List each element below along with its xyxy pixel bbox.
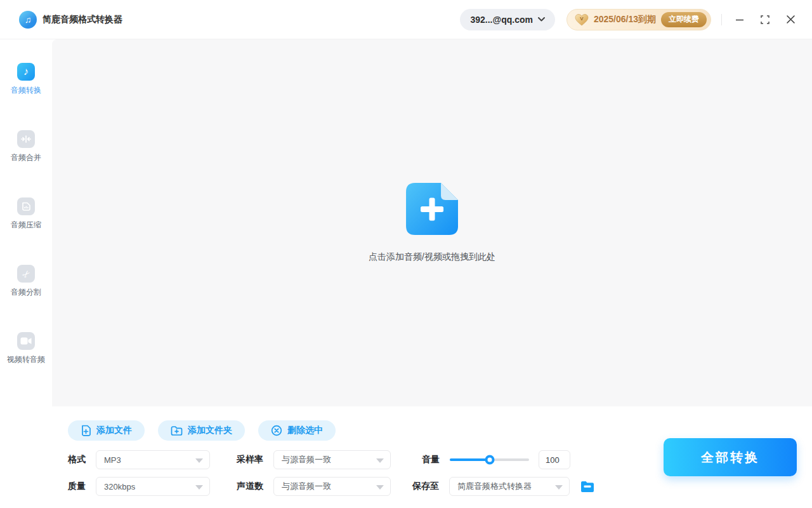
minimize-button[interactable] [731, 11, 749, 29]
renew-now-button[interactable]: 立即续费 [661, 12, 707, 27]
minimize-icon [735, 15, 744, 24]
video-icon [17, 332, 35, 350]
maximize-button[interactable] [756, 11, 774, 29]
sidebar-item-audio-split[interactable]: ✂ 音频分割 [0, 265, 52, 298]
caret-down-icon [195, 485, 203, 490]
add-file-icon [406, 183, 458, 235]
sidebar-item-video-to-audio[interactable]: 视频转音频 [0, 332, 52, 365]
sidebar-item-label: 音频分割 [11, 287, 41, 298]
titlebar-divider [721, 14, 722, 25]
vip-expiry-date: 2025/06/13到期 [594, 14, 656, 25]
format-field: 格式 MP3 [68, 450, 210, 469]
volume-label: 音量 [422, 454, 440, 465]
file-list-area: 点击添加音频/视频或拖拽到此处 [52, 39, 812, 406]
close-icon [786, 15, 796, 24]
channels-field: 声道数 与源音频一致 [237, 477, 391, 496]
file-toolbar: 添加文件 添加文件夹 删除选中 [68, 420, 336, 441]
save-to-select[interactable]: 简鹿音频格式转换器 [449, 477, 570, 496]
caret-down-icon [376, 485, 384, 490]
sample-rate-select[interactable]: 与源音频一致 [273, 450, 391, 469]
account-email: 392...@qq.com [470, 15, 532, 25]
save-to-value: 简鹿音频格式转换器 [457, 481, 532, 492]
sidebar-item-audio-convert[interactable]: ♪ 音频转换 [0, 63, 52, 96]
format-label: 格式 [68, 454, 86, 465]
sample-rate-field: 采样率 与源音频一致 [237, 450, 391, 469]
folder-icon [580, 481, 594, 493]
music-note-icon: ♪ [17, 63, 35, 81]
volume-field: 音量 [422, 450, 570, 469]
volume-slider-fill [450, 458, 490, 461]
sidebar-item-label: 音频压缩 [11, 220, 41, 231]
channels-select[interactable]: 与源音频一致 [273, 477, 391, 496]
close-button[interactable] [782, 11, 799, 29]
browse-folder-button[interactable] [580, 481, 594, 493]
dropzone-hint: 点击添加音频/视频或拖拽到此处 [369, 251, 495, 263]
caret-down-icon [195, 458, 203, 463]
add-folder-label: 添加文件夹 [188, 425, 232, 436]
caret-down-icon [376, 458, 384, 463]
sidebar-item-label: 音频转换 [11, 85, 41, 96]
quality-field: 质量 320kbps [68, 477, 210, 496]
quality-value: 320kbps [104, 482, 135, 491]
dropzone[interactable]: 点击添加音频/视频或拖拽到此处 [369, 183, 495, 263]
sidebar-item-label: 视频转音频 [7, 354, 45, 365]
add-file-button[interactable]: 添加文件 [68, 420, 145, 441]
merge-icon [17, 130, 35, 148]
circle-x-icon [271, 425, 282, 436]
add-folder-button[interactable]: 添加文件夹 [158, 420, 245, 441]
vip-status-badge: V 2025/06/13到期 立即续费 [566, 9, 711, 30]
folder-plus-icon [171, 425, 183, 436]
sidebar-item-audio-compress[interactable]: 音频压缩 [0, 197, 52, 231]
maximize-icon [761, 15, 769, 24]
delete-selected-button[interactable]: 删除选中 [258, 420, 336, 441]
quality-select[interactable]: 320kbps [96, 477, 210, 496]
titlebar: ♫ 简鹿音频格式转换器 392...@qq.com V 2025/06/13到期… [0, 0, 812, 39]
vip-heart-icon: V [575, 13, 589, 26]
volume-slider-thumb[interactable] [485, 455, 494, 465]
sample-rate-label: 采样率 [237, 454, 263, 465]
format-select[interactable]: MP3 [96, 450, 210, 469]
channels-label: 声道数 [237, 481, 263, 492]
convert-all-button[interactable]: 全部转换 [664, 438, 797, 476]
app-title: 简鹿音频格式转换器 [43, 14, 122, 25]
compress-icon [17, 197, 35, 215]
add-file-label: 添加文件 [96, 425, 132, 436]
app-logo-icon: ♫ [19, 11, 37, 29]
sample-rate-value: 与源音频一致 [282, 454, 331, 465]
channels-value: 与源音频一致 [282, 481, 331, 492]
format-value: MP3 [104, 455, 121, 465]
file-plus-icon [81, 425, 91, 436]
account-dropdown[interactable]: 392...@qq.com [460, 9, 554, 30]
sidebar-item-label: 音频合并 [11, 152, 41, 163]
svg-text:V: V [580, 15, 584, 21]
delete-selected-label: 删除选中 [287, 425, 323, 436]
caret-down-icon [555, 485, 563, 490]
volume-input[interactable] [539, 450, 570, 469]
sidebar-item-audio-merge[interactable]: 音频合并 [0, 130, 52, 163]
volume-slider[interactable] [450, 458, 529, 461]
chevron-down-icon [538, 17, 545, 22]
save-to-label: 保存至 [412, 481, 439, 492]
sidebar: ♪ 音频转换 音频合并 音频压缩 ✂ 音频分割 [0, 39, 52, 406]
quality-label: 质量 [68, 481, 86, 492]
scissors-icon: ✂ [17, 265, 35, 283]
save-to-field: 保存至 简鹿音频格式转换器 [412, 477, 594, 496]
